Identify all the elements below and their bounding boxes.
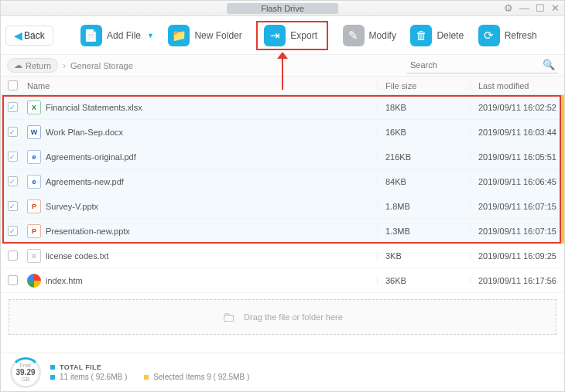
toolbar: ◀ Back 📄 Add File ▼ 📁 New Folder ⇥ Expor… xyxy=(1,16,564,55)
table-row[interactable]: ≡license codes.txt3KB2019/09/11 16:09:25 xyxy=(1,244,564,268)
nav-row: ☁ Return › General Storage 🔍 xyxy=(1,55,564,77)
back-arrow-icon: ◀ xyxy=(14,29,22,42)
file-name: Agreements-new.pdf xyxy=(46,177,124,186)
add-file-label: Add File xyxy=(107,30,141,41)
file-name: Survey-V.pptx xyxy=(46,202,98,211)
pptx-file-icon: P xyxy=(27,199,41,213)
htm-file-icon xyxy=(27,274,41,288)
minimize-icon[interactable]: — xyxy=(519,2,529,14)
row-checkbox[interactable]: ✓ xyxy=(8,152,18,162)
row-checkbox[interactable]: ✓ xyxy=(8,226,18,236)
footer: Free 39.29 GB TOTAL FILE 11 items ( 92.6… xyxy=(1,353,564,391)
table-row[interactable]: ✓PSurvey-V.pptx1.8MB2019/09/11 16:07:15 xyxy=(1,194,564,219)
new-folder-label: New Folder xyxy=(194,30,241,41)
file-name: Work Plan-Sep.docx xyxy=(46,128,123,137)
file-size: 1.3MB xyxy=(377,227,470,236)
file-modified: 2019/09/11 16:05:51 xyxy=(470,152,564,162)
file-modified: 2019/09/11 16:17:56 xyxy=(470,276,564,285)
file-size: 16KB xyxy=(377,128,470,137)
row-checkbox[interactable] xyxy=(8,251,18,261)
file-name: Agreements-original.pdf xyxy=(46,152,136,162)
gauge-free-label: Free xyxy=(20,363,31,368)
search-icon[interactable]: 🔍 xyxy=(543,59,555,70)
new-folder-button[interactable]: 📁 New Folder xyxy=(168,25,241,46)
back-button[interactable]: ◀ Back xyxy=(5,26,53,46)
table-row[interactable]: ✓XFinancial Statements.xlsx18KB2019/09/1… xyxy=(1,95,564,120)
export-button[interactable]: ⇥ Export xyxy=(256,21,328,50)
export-icon: ⇥ xyxy=(264,25,286,46)
storage-gauge: Free 39.29 GB xyxy=(10,357,41,388)
modify-button[interactable]: ✎ Modify xyxy=(343,25,396,46)
file-name: Financial Statements.xlsx xyxy=(46,103,142,112)
table-row[interactable]: ✓eAgreements-new.pdf84KB2019/09/11 16:06… xyxy=(1,169,564,194)
file-size: 216KB xyxy=(377,152,470,162)
table-row[interactable]: ✓PPresentation-new.pptx1.3MB2019/09/11 1… xyxy=(1,219,564,244)
dropzone[interactable]: 🗀 Drag the file or folder here xyxy=(9,299,556,335)
file-modified: 2019/09/11 16:07:15 xyxy=(470,227,564,236)
chevron-down-icon[interactable]: ▼ xyxy=(147,32,154,39)
export-label: Export xyxy=(290,30,317,41)
table-row[interactable]: index.htm36KB2019/09/11 16:17:56 xyxy=(1,268,564,293)
add-file-button[interactable]: 📄 Add File ▼ xyxy=(80,25,154,46)
txt-file-icon: ≡ xyxy=(27,249,41,263)
file-size: 36KB xyxy=(377,276,470,285)
close-icon[interactable]: ✕ xyxy=(551,2,560,14)
selected-items-text: Selected Items 9 ( 92.5MB ) xyxy=(153,373,249,381)
row-checkbox[interactable]: ✓ xyxy=(8,127,18,137)
gauge-unit: GB xyxy=(22,377,29,382)
breadcrumb-sep: › xyxy=(63,60,66,71)
table-header: Name File size Last modified xyxy=(1,77,564,95)
total-items-text: 11 items ( 92.6MB ) xyxy=(60,373,127,381)
file-modified: 2019/09/11 16:03:44 xyxy=(470,128,564,137)
search-input[interactable] xyxy=(407,58,558,73)
file-size: 3KB xyxy=(377,251,470,261)
total-file-label: TOTAL FILE xyxy=(60,363,101,371)
window-title: Flash Drive xyxy=(227,3,338,14)
select-all-checkbox[interactable] xyxy=(8,80,18,90)
modify-label: Modify xyxy=(369,30,396,41)
scroll-indicator xyxy=(561,95,564,244)
file-modified: 2019/09/11 16:07:15 xyxy=(470,202,564,211)
pptx-file-icon: P xyxy=(27,224,41,238)
breadcrumb[interactable]: General Storage xyxy=(70,61,133,70)
search-wrap: 🔍 xyxy=(407,58,558,73)
col-size[interactable]: File size xyxy=(377,81,470,90)
xlsx-file-icon: X xyxy=(27,101,41,114)
dropzone-text: Drag the file or folder here xyxy=(244,312,343,322)
docx-file-icon: W xyxy=(27,125,41,139)
folder-open-icon: 🗀 xyxy=(222,309,236,326)
file-size: 18KB xyxy=(377,103,470,112)
file-list: ✓XFinancial Statements.xlsx18KB2019/09/1… xyxy=(1,95,564,293)
file-name: Presentation-new.pptx xyxy=(46,227,130,236)
back-label: Back xyxy=(24,30,45,41)
delete-label: Delete xyxy=(437,30,464,41)
row-checkbox[interactable]: ✓ xyxy=(8,102,18,112)
refresh-icon: ⟳ xyxy=(478,25,500,46)
pdf-file-icon: e xyxy=(27,150,41,164)
row-checkbox[interactable]: ✓ xyxy=(8,201,18,211)
gear-icon[interactable]: ⚙ xyxy=(504,2,513,14)
gauge-value: 39.29 xyxy=(15,368,35,377)
window-controls: ⚙ — ☐ ✕ xyxy=(504,2,560,14)
file-modified: 2019/09/11 16:02:52 xyxy=(470,103,564,112)
legend-items-dot xyxy=(50,375,55,380)
file-modified: 2019/09/11 16:06:45 xyxy=(470,177,564,186)
return-button[interactable]: ☁ Return xyxy=(7,58,58,73)
table-row[interactable]: ✓eAgreements-original.pdf216KB2019/09/11… xyxy=(1,145,564,169)
add-file-icon: 📄 xyxy=(80,25,102,46)
pdf-file-icon: e xyxy=(27,175,41,189)
file-size: 84KB xyxy=(377,177,470,186)
row-checkbox[interactable] xyxy=(8,275,18,285)
row-checkbox[interactable]: ✓ xyxy=(8,176,18,186)
modify-icon: ✎ xyxy=(343,25,365,46)
titlebar: Flash Drive ⚙ — ☐ ✕ xyxy=(1,1,564,16)
file-name: license codes.txt xyxy=(46,251,108,261)
table-row[interactable]: ✓WWork Plan-Sep.docx16KB2019/09/11 16:03… xyxy=(1,120,564,145)
maximize-icon[interactable]: ☐ xyxy=(536,2,545,14)
col-modified[interactable]: Last modified xyxy=(470,81,564,90)
delete-button[interactable]: 🗑 Delete xyxy=(410,25,464,46)
refresh-button[interactable]: ⟳ Refresh xyxy=(478,25,537,46)
col-name[interactable]: Name xyxy=(24,81,377,90)
file-size: 1.8MB xyxy=(377,202,470,211)
file-modified: 2019/09/11 16:09:25 xyxy=(470,251,564,261)
